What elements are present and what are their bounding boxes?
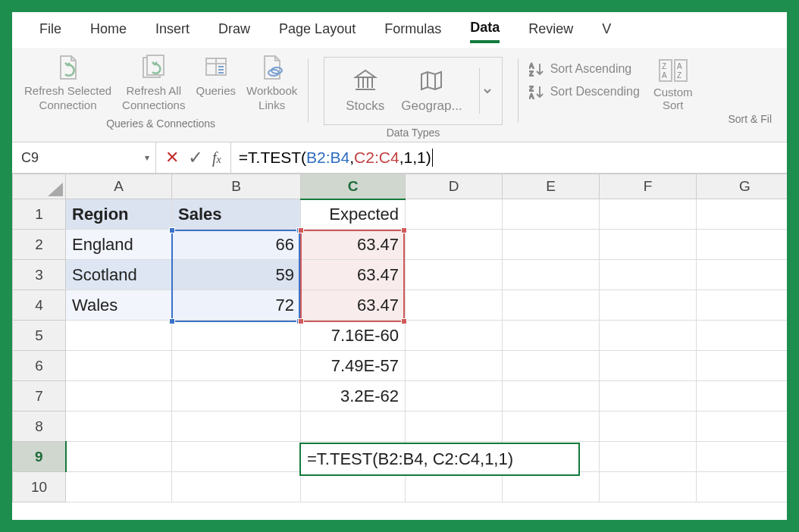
row-header-2[interactable]: 2 (13, 230, 66, 260)
cell-c7[interactable]: 3.2E-62 (301, 381, 406, 412)
cell-d6[interactable] (406, 351, 503, 381)
col-header-d[interactable]: D (406, 174, 503, 199)
cell-b6[interactable] (172, 351, 301, 381)
cell-g2[interactable] (697, 230, 788, 260)
tab-review[interactable]: Review (528, 21, 573, 42)
cell-d4[interactable] (406, 290, 503, 321)
cell-e5[interactable] (503, 321, 600, 351)
sort-ascending-button[interactable]: AZ Sort Ascending (529, 61, 640, 77)
select-all-corner[interactable] (13, 174, 66, 199)
cell-c6[interactable]: 7.49E-57 (301, 351, 406, 381)
cell-e6[interactable] (503, 351, 600, 381)
cell-b10[interactable] (172, 472, 301, 502)
cell-c8[interactable] (301, 412, 406, 442)
enter-formula-button[interactable]: ✓ (188, 147, 203, 168)
cell-c2[interactable]: 63.47 (301, 230, 406, 260)
cell-d3[interactable] (406, 260, 503, 290)
cell-b2[interactable]: 66 (172, 230, 301, 260)
tab-formulas[interactable]: Formulas (384, 21, 441, 42)
cell-e2[interactable] (503, 230, 600, 260)
cell-d10[interactable] (406, 472, 503, 502)
cell-e8[interactable] (503, 412, 600, 442)
row-header-8[interactable]: 8 (13, 412, 66, 442)
cell-a7[interactable] (66, 381, 172, 412)
cell-f1[interactable] (600, 199, 697, 230)
spreadsheet-grid[interactable]: A B C D E F G 1 Region Sales Expected (12, 174, 787, 520)
cell-a5[interactable] (66, 321, 172, 351)
tab-insert[interactable]: Insert (155, 21, 190, 42)
row-header-3[interactable]: 3 (13, 260, 66, 290)
geography-data-type-button[interactable]: Geograp... (401, 68, 462, 114)
cell-g9[interactable] (697, 442, 788, 472)
row-header-7[interactable]: 7 (13, 381, 66, 412)
cell-c1[interactable]: Expected (301, 199, 406, 230)
tab-home[interactable]: Home (90, 21, 127, 42)
cell-g7[interactable] (697, 381, 788, 412)
col-header-g[interactable]: G (697, 174, 788, 199)
refresh-all-connections-button[interactable]: Refresh All Connections (122, 54, 185, 113)
cell-b8[interactable] (172, 412, 301, 442)
cell-e10[interactable] (503, 472, 600, 502)
cell-b3[interactable]: 59 (172, 260, 301, 290)
cell-d2[interactable] (406, 230, 503, 260)
col-header-a[interactable]: A (66, 174, 172, 199)
cell-g8[interactable] (697, 412, 788, 442)
cell-e3[interactable] (503, 260, 600, 290)
row-header-9[interactable]: 9 (13, 442, 66, 472)
cell-g4[interactable] (697, 290, 788, 321)
cell-c4[interactable]: 63.47 (301, 290, 406, 321)
cell-a4[interactable]: Wales (66, 290, 172, 321)
cell-a8[interactable] (66, 412, 172, 442)
cell-a1[interactable]: Region (66, 199, 172, 230)
col-header-c[interactable]: C (301, 174, 406, 199)
cell-g3[interactable] (697, 260, 788, 290)
cell-f2[interactable] (600, 230, 697, 260)
cell-g1[interactable] (697, 199, 788, 230)
cell-a2[interactable]: England (66, 230, 172, 260)
cell-e4[interactable] (503, 290, 600, 321)
stocks-data-type-button[interactable]: Stocks (346, 68, 384, 114)
tab-data[interactable]: Data (470, 20, 500, 43)
cell-g6[interactable] (697, 351, 788, 381)
workbook-links-button[interactable]: Workbook Links (246, 54, 297, 113)
custom-sort-button[interactable]: ZA AZ Custom Sort (653, 54, 693, 111)
queries-button[interactable]: Queries (196, 54, 236, 113)
cell-b7[interactable] (172, 381, 301, 412)
cell-a6[interactable] (66, 351, 172, 381)
cell-e1[interactable] (503, 199, 600, 230)
cancel-formula-button[interactable]: ✕ (165, 148, 179, 167)
cell-f10[interactable] (600, 472, 697, 502)
col-header-b[interactable]: B (172, 174, 301, 199)
cell-d1[interactable] (406, 199, 503, 230)
tab-file[interactable]: File (39, 21, 61, 42)
row-header-5[interactable]: 5 (13, 321, 66, 351)
active-cell-editor[interactable]: =T.TEST(B2:B4, C2:C4,1,1) (299, 443, 580, 476)
cell-f8[interactable] (600, 412, 697, 442)
cell-c3[interactable]: 63.47 (301, 260, 406, 290)
cell-d5[interactable] (406, 321, 503, 351)
name-box[interactable]: C9 ▾ (12, 142, 156, 173)
cell-f4[interactable] (600, 290, 697, 321)
col-header-f[interactable]: F (600, 174, 697, 199)
cell-f9[interactable] (600, 442, 697, 472)
tab-view[interactable]: V (602, 21, 611, 42)
row-header-1[interactable]: 1 (13, 199, 66, 230)
cell-c10[interactable] (301, 472, 406, 502)
tab-page-layout[interactable]: Page Layout (279, 21, 356, 42)
cell-a10[interactable] (66, 472, 172, 502)
row-header-4[interactable]: 4 (13, 290, 66, 321)
refresh-selected-connection-button[interactable]: Refresh Selected Connection (24, 54, 111, 113)
cell-d7[interactable] (406, 381, 503, 412)
cell-b1[interactable]: Sales (172, 199, 301, 230)
cell-e7[interactable] (503, 381, 600, 412)
cell-f5[interactable] (600, 321, 697, 351)
row-header-6[interactable]: 6 (13, 351, 66, 381)
cell-g5[interactable] (697, 321, 788, 351)
formula-input[interactable]: =T.TEST(B2:B4, C2:C4,1,1) (231, 142, 787, 173)
cell-g10[interactable] (697, 472, 788, 502)
cell-a3[interactable]: Scotland (66, 260, 172, 290)
tab-draw[interactable]: Draw (218, 21, 250, 42)
cell-f7[interactable] (600, 381, 697, 412)
cell-b9[interactable] (172, 442, 301, 472)
cell-b4[interactable]: 72 (172, 290, 301, 321)
